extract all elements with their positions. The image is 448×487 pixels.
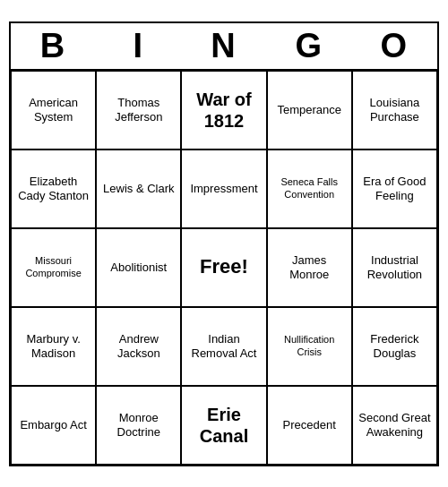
bingo-cell[interactable]: Impressment [181,150,266,228]
bingo-card: B I N G O American SystemThomas Jefferso… [9,21,439,466]
header-g: G [267,23,352,69]
header-o: O [352,23,437,69]
bingo-cell[interactable]: Louisiana Purchase [352,71,437,150]
bingo-cell[interactable]: Missouri Compromise [11,228,96,307]
bingo-cell[interactable]: Precedent [267,386,352,465]
bingo-cell[interactable]: Elizabeth Cady Stanton [11,150,96,228]
bingo-header: B I N G O [11,23,437,69]
header-i: I [96,23,181,69]
bingo-cell[interactable]: Temperance [267,71,352,150]
bingo-cell[interactable]: Embargo Act [11,386,96,465]
bingo-cell[interactable]: Thomas Jefferson [96,71,181,150]
bingo-grid: American SystemThomas JeffersonWar of 18… [11,69,437,465]
bingo-cell[interactable]: James Monroe [267,228,352,307]
bingo-cell[interactable]: Era of Good Feeling [352,150,437,228]
bingo-cell[interactable]: Indian Removal Act [181,307,266,386]
header-b: B [11,23,96,69]
bingo-cell[interactable]: Marbury v. Madison [11,307,96,386]
bingo-cell[interactable]: Seneca Falls Convention [267,150,352,228]
bingo-cell[interactable]: Abolitionist [96,228,181,307]
header-n: N [181,23,266,69]
bingo-cell[interactable]: Monroe Doctrine [96,386,181,465]
bingo-cell[interactable]: Industrial Revolution [352,228,437,307]
bingo-cell[interactable]: Nullification Crisis [267,307,352,386]
bingo-cell[interactable]: Lewis & Clark [96,150,181,228]
bingo-cell[interactable]: Second Great Awakening [352,386,437,465]
bingo-cell[interactable]: American System [11,71,96,150]
bingo-cell[interactable]: Frederick Douglas [352,307,437,386]
bingo-cell[interactable]: Free! [181,228,266,307]
bingo-cell[interactable]: Andrew Jackson [96,307,181,386]
bingo-cell[interactable]: War of 1812 [181,71,266,150]
bingo-cell[interactable]: Erie Canal [181,386,266,465]
